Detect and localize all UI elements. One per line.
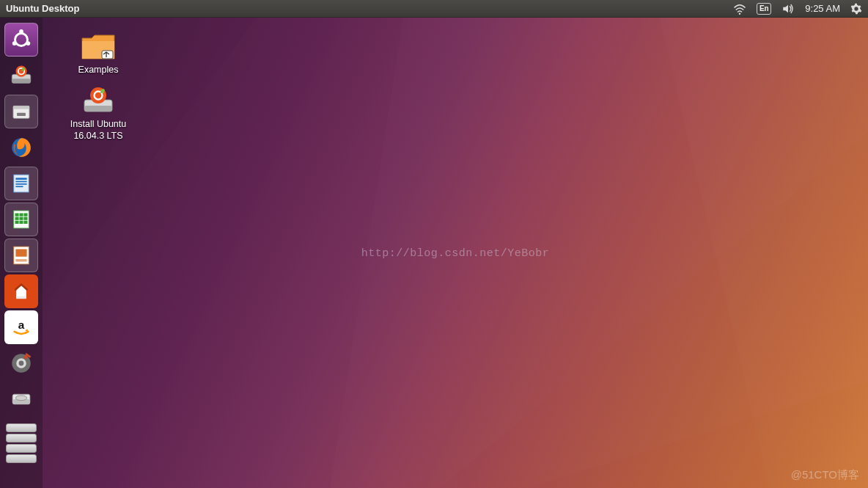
ubuntu-logo-icon [9, 27, 34, 52]
launcher-firefox[interactable] [4, 131, 38, 164]
desktop-icon-label: Install Ubuntu 16.04.3 LTS [62, 119, 135, 142]
launcher-install-ubuntu[interactable] [4, 59, 38, 92]
desktop-icon-install-ubuntu[interactable]: Install Ubuntu 16.04.3 LTS [62, 85, 135, 142]
session-gear-icon[interactable] [850, 0, 862, 18]
desktop-icon-examples[interactable]: Examples [62, 31, 135, 76]
unity-launcher: a [0, 18, 43, 488]
svg-rect-29 [19, 221, 23, 224]
launcher-impress[interactable] [4, 238, 38, 272]
svg-rect-28 [15, 221, 19, 224]
folder-icon [80, 31, 117, 62]
svg-rect-34 [16, 296, 26, 299]
svg-rect-26 [19, 217, 23, 220]
launcher-writer[interactable] [4, 167, 38, 200]
desktop-icon-label: Examples [62, 65, 135, 76]
disk-icon [9, 387, 34, 412]
settings-icon [9, 351, 34, 376]
calc-icon [9, 207, 34, 232]
svg-rect-22 [15, 214, 19, 216]
launcher-overflow[interactable] [0, 423, 43, 463]
network-icon[interactable] [733, 0, 746, 18]
svg-rect-13 [17, 113, 26, 116]
installer-icon [9, 63, 34, 88]
svg-rect-32 [15, 250, 26, 257]
svg-point-41 [15, 396, 26, 401]
impress-icon [9, 243, 34, 268]
svg-rect-20 [15, 186, 23, 187]
launcher-removable-disk[interactable] [4, 382, 38, 416]
svg-point-6 [26, 41, 30, 45]
launcher-files[interactable] [4, 95, 38, 128]
svg-rect-25 [15, 217, 19, 220]
files-icon [9, 99, 34, 124]
svg-rect-12 [13, 106, 29, 109]
svg-point-3 [739, 12, 740, 14]
svg-point-7 [12, 41, 17, 45]
language-label: En [757, 3, 771, 15]
watermark-corner: @51CTO博客 [791, 468, 859, 482]
launcher-dash[interactable] [4, 23, 38, 57]
svg-rect-19 [15, 183, 26, 185]
software-center-icon [9, 279, 34, 304]
svg-rect-33 [15, 259, 26, 261]
launcher-ubuntu-software[interactable] [4, 274, 38, 308]
svg-point-36 [12, 354, 31, 373]
launcher-system-settings[interactable] [4, 346, 38, 380]
svg-point-4 [15, 34, 28, 46]
top-menubar: Ubuntu Desktop En 9:25 AM [0, 0, 868, 18]
language-indicator[interactable]: En [757, 0, 771, 18]
svg-rect-17 [15, 178, 26, 180]
clock[interactable]: 9:25 AM [805, 0, 840, 18]
svg-text:a: a [18, 318, 25, 331]
svg-rect-23 [19, 214, 23, 216]
launcher-amazon[interactable]: a [4, 310, 38, 344]
svg-point-10 [15, 65, 26, 76]
launcher-calc[interactable] [4, 203, 38, 236]
svg-rect-30 [23, 221, 27, 224]
amazon-icon: a [9, 315, 34, 340]
svg-rect-9 [12, 79, 31, 83]
svg-point-5 [19, 29, 23, 34]
installer-icon [80, 85, 117, 116]
app-title[interactable]: Ubuntu Desktop [6, 3, 79, 14]
svg-rect-18 [15, 181, 26, 183]
sound-icon[interactable] [781, 0, 795, 18]
desktop[interactable]: Examples Install Ubuntu 16.04.3 LTS http… [43, 18, 868, 488]
writer-icon [9, 171, 34, 196]
svg-rect-24 [23, 214, 27, 216]
svg-rect-44 [84, 106, 112, 112]
firefox-icon [9, 135, 34, 160]
svg-rect-42 [102, 51, 113, 59]
svg-rect-27 [23, 217, 27, 220]
svg-point-38 [23, 355, 27, 359]
watermark-center: http://blog.csdn.net/YeBobr [361, 247, 550, 259]
